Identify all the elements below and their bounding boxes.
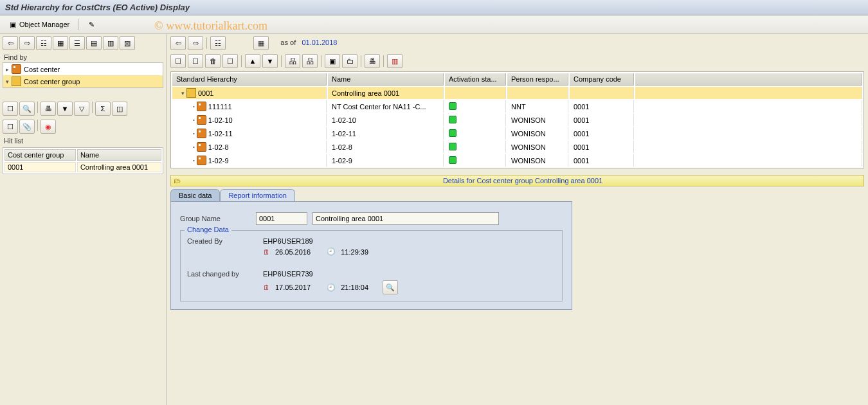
details-bar-text: Details for Cost center group Controllin… — [185, 177, 861, 184]
list-icon: ☷ — [41, 39, 47, 48]
hl-btn-9[interactable]: 📎 — [19, 120, 35, 134]
t2-2[interactable]: ☐ — [188, 54, 203, 68]
hl-btn-8[interactable]: ☐ — [3, 120, 18, 134]
tool-1-button[interactable]: ☷ — [36, 36, 51, 50]
find-tree-item[interactable]: ▾ Cost center group — [3, 75, 163, 87]
hitlist-col[interactable]: Cost center group — [5, 149, 76, 161]
separator — [361, 55, 361, 67]
lookup-button[interactable]: 🔍 — [383, 280, 398, 294]
row-person — [507, 87, 568, 99]
status-active-icon — [449, 143, 457, 150]
detail-tabs: Basic dataReport information — [170, 189, 864, 201]
t2-6[interactable]: ▼ — [262, 54, 278, 68]
layers-icon: ☰ — [74, 39, 80, 48]
details-bar[interactable]: 🗁 Details for Cost center group Controll… — [170, 175, 864, 186]
row-id: 1-02-11 — [208, 130, 233, 138]
group-code-field[interactable] — [256, 212, 307, 225]
hl-btn-3[interactable]: 🖶 — [41, 102, 56, 116]
box-icon: ▣ — [329, 57, 336, 66]
t2-4[interactable]: ☐ — [222, 54, 238, 68]
grid-col-header[interactable]: Activation sta... — [445, 73, 506, 86]
t2-9[interactable]: ▣ — [325, 54, 340, 68]
table-row[interactable]: • 111111 NT Cost Center for NA11 -C... N… — [172, 100, 862, 113]
row-person: WONISON — [507, 141, 568, 153]
t2-5[interactable]: ▲ — [245, 54, 260, 68]
chart-icon: ◫ — [116, 105, 123, 113]
t2-8[interactable]: 品 — [302, 54, 318, 68]
main-toolbar-1: ⇦ ⇨ ☷ ▦ as of 01.01.2018 — [167, 34, 868, 52]
created-date: 26.05.2016 — [275, 248, 311, 256]
as-of-group: ▦ as of 01.01.2018 — [253, 36, 337, 50]
row-id: 111111 — [208, 103, 232, 111]
row-person: WONISON — [507, 114, 568, 126]
grid-col-header[interactable]: Person respo... — [507, 73, 568, 86]
row-activation — [445, 100, 506, 113]
status-active-icon — [449, 156, 457, 164]
hl-btn-4[interactable]: ▼ — [57, 102, 73, 116]
row-person: WONISON — [507, 154, 568, 166]
find-tree-item[interactable]: ▸ Cost center — [3, 63, 163, 75]
arrow-left-icon: ⇦ — [176, 39, 181, 48]
hl-btn-2[interactable]: 🔍 — [19, 102, 35, 116]
bullet-icon: • — [193, 130, 195, 136]
separator — [241, 55, 242, 67]
t2-12[interactable]: ▥ — [387, 54, 402, 68]
calendar-icon: 🗓 — [263, 284, 270, 291]
t2-7[interactable]: 品 — [285, 54, 300, 68]
object-manager-button[interactable]: ▣ Object Manager — [4, 19, 74, 30]
cost-center-icon — [197, 102, 206, 111]
chevron-icon: ▸ — [6, 66, 9, 73]
table-row[interactable]: • 1-02-9 1-02-9 WONISON 0001 — [172, 154, 862, 166]
t2-1[interactable]: ☐ — [170, 54, 186, 68]
tab-report-information[interactable]: Report information — [220, 189, 295, 201]
hierarchy-table: Standard HierarchyNameActivation sta...P… — [170, 71, 864, 168]
hl-btn-10[interactable]: ◉ — [41, 120, 56, 134]
new-icon: ☐ — [175, 57, 181, 66]
expand-icon: ▤ — [91, 39, 97, 48]
tool-3-button[interactable]: ☰ — [69, 36, 85, 50]
m-back-button[interactable]: ⇦ — [170, 36, 186, 50]
table-row[interactable]: • 1-02-11 1-02-11 WONISON 0001 — [172, 127, 862, 140]
doc-icon: ☐ — [7, 123, 14, 131]
copy-icon: ☐ — [192, 57, 199, 66]
tool-4-button[interactable]: ▤ — [86, 36, 102, 50]
table-row[interactable]: ▾ 0001 Controlling area 0001 — [172, 87, 862, 99]
folder-icon: 🗀 — [347, 57, 354, 65]
t2-11[interactable]: 🖶 — [365, 54, 380, 68]
hl-btn-1[interactable]: ☐ — [3, 102, 18, 116]
table-row[interactable]: • 1-02-8 1-02-8 WONISON 0001 — [172, 141, 862, 153]
nav-back-button[interactable]: ⇦ — [3, 36, 18, 50]
as-of-date: 01.01.2018 — [302, 39, 337, 46]
grid-col-header[interactable]: Company code — [570, 73, 634, 86]
table-row[interactable]: • 1-02-10 1-02-10 WONISON 0001 — [172, 114, 862, 126]
cost-center-icon — [197, 129, 206, 138]
clock-icon: 🕘 — [327, 284, 336, 292]
settings-icon: ▽ — [79, 105, 84, 113]
grid-col-header[interactable]: Name — [328, 73, 444, 86]
tool-2-button[interactable]: ▦ — [53, 36, 68, 50]
bullet-icon: • — [193, 144, 195, 150]
hl-btn-5[interactable]: ▽ — [74, 102, 89, 116]
find-tree: ▸ Cost center▾ Cost center group — [3, 62, 163, 88]
m-fwd-button[interactable]: ⇨ — [188, 36, 203, 50]
wand-icon: ✎ — [87, 20, 96, 29]
row-name: NT Cost Center for NA11 -C... — [328, 100, 444, 113]
group-desc-field[interactable] — [312, 212, 499, 225]
hl-btn-6[interactable]: Σ — [95, 102, 111, 116]
t2-3[interactable]: 🗑 — [205, 54, 221, 68]
nav-fwd-button[interactable]: ⇨ — [19, 36, 35, 50]
tab-basic-data[interactable]: Basic data — [170, 189, 220, 201]
hitlist-row[interactable]: 0001Controlling area 0001 — [5, 162, 161, 172]
tool-6-button[interactable]: ▧ — [120, 36, 135, 50]
tree-icon: 品 — [289, 57, 296, 66]
grid-col-spacer — [635, 73, 862, 86]
hitlist-col[interactable]: Name — [77, 149, 161, 161]
tool-5-button[interactable]: ▥ — [103, 36, 118, 50]
hl-btn-7[interactable]: ◫ — [112, 102, 127, 116]
t2-10[interactable]: 🗀 — [342, 54, 357, 68]
m-btn-1[interactable]: ☷ — [210, 36, 226, 50]
wand-button[interactable]: ✎ — [82, 19, 100, 30]
date-layout-button[interactable]: ▦ — [253, 36, 269, 50]
grid-col-header[interactable]: Standard Hierarchy — [172, 73, 327, 86]
separator — [37, 120, 38, 131]
